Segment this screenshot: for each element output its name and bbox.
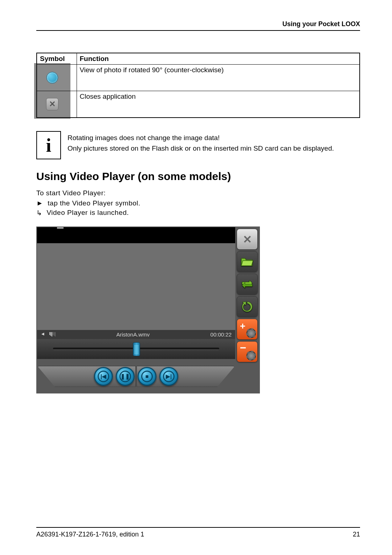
- video-display-area[interactable]: [37, 227, 235, 330]
- action-text: tap the Video Player symbol.: [48, 199, 140, 207]
- video-player-screenshot: AristonA.wmv 00:00:22 |◀ ❚❚ ■ ▶| ✕: [36, 227, 260, 393]
- next-button[interactable]: ▶|: [159, 367, 178, 386]
- action-step: ► tap the Video Player symbol.: [36, 199, 360, 207]
- info-icon: i: [36, 131, 61, 159]
- table-row: ✕ Closes application: [37, 91, 360, 118]
- seek-bar[interactable]: [37, 339, 235, 359]
- seek-thumb-icon[interactable]: [133, 342, 140, 356]
- table-row: View of photo if rotated 90° (counter-cl…: [37, 65, 360, 91]
- swap-button[interactable]: [237, 274, 258, 295]
- open-folder-button[interactable]: [237, 251, 258, 272]
- result-marker-icon: ↳: [36, 209, 42, 217]
- symbol-function-table: Symbol Function View of photo if rotated…: [36, 53, 360, 118]
- table-header-symbol: Symbol: [37, 53, 77, 65]
- table-cell-function: Closes application: [77, 91, 360, 118]
- video-filename: AristonA.wmv: [58, 331, 208, 338]
- action-marker-icon: ►: [36, 199, 43, 207]
- gear-icon: [246, 351, 256, 360]
- repeat-button[interactable]: [237, 296, 258, 317]
- result-text: Video Player is launched.: [47, 209, 129, 217]
- speaker-icon[interactable]: [41, 332, 46, 337]
- rotate-ccw-icon: [34, 63, 70, 92]
- stop-button[interactable]: ■: [138, 367, 156, 386]
- step-list: ► tap the Video Player symbol. ↳ Video P…: [36, 199, 360, 217]
- status-bar: AristonA.wmv 00:00:22: [37, 330, 235, 339]
- doc-id: A26391-K197-Z126-1-7619, edition 1: [36, 531, 144, 538]
- side-toolbar: ✕ + −: [236, 227, 260, 393]
- playback-controls: |◀ ❚❚ ■ ▶|: [37, 359, 235, 393]
- page-header: Using your Pocket LOOX: [36, 20, 360, 31]
- page-number: 21: [353, 531, 360, 538]
- prev-button[interactable]: |◀: [94, 367, 113, 386]
- info-line: Only pictures stored on the Flash disk o…: [68, 143, 334, 154]
- info-line: Rotating images does not change the imag…: [68, 132, 334, 143]
- section-heading: Using Video Player (on some models): [36, 170, 360, 183]
- result-step: ↳ Video Player is launched.: [36, 209, 360, 217]
- page-footer: A26391-K197-Z126-1-7619, edition 1 21: [36, 527, 360, 538]
- pause-button[interactable]: ❚❚: [116, 367, 135, 386]
- header-title: Using your Pocket LOOX: [282, 20, 360, 28]
- video-timecode: 00:00:22: [211, 331, 232, 338]
- volume-up-button[interactable]: +: [237, 319, 258, 340]
- volume-level-icon: [49, 332, 56, 336]
- volume-down-button[interactable]: −: [237, 341, 258, 362]
- table-cell-function: View of photo if rotated 90° (counter-cl…: [77, 65, 360, 91]
- close-button[interactable]: ✕: [237, 229, 258, 250]
- start-text: To start Video Player:: [36, 189, 360, 197]
- table-header-function: Function: [77, 53, 360, 65]
- gear-icon: [246, 328, 256, 338]
- info-note: i Rotating images does not change the im…: [36, 131, 360, 159]
- close-icon: ✕: [34, 90, 70, 119]
